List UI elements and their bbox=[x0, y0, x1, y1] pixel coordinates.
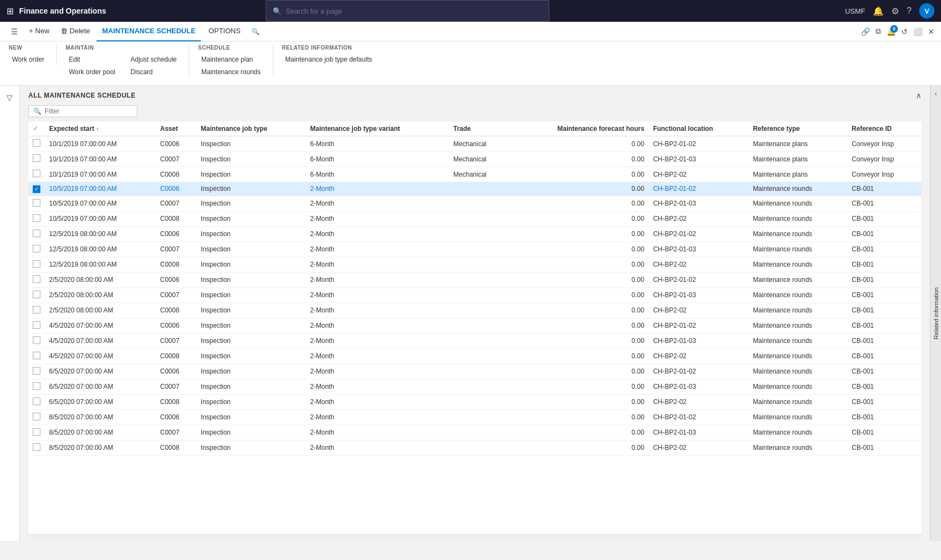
row-functional-location[interactable]: CH-BP2-01-03 bbox=[649, 379, 748, 394]
row-functional-location[interactable]: CH-BP2-02 bbox=[649, 303, 748, 318]
col-asset[interactable]: Asset bbox=[155, 122, 196, 136]
row-check[interactable] bbox=[28, 410, 45, 425]
row-check[interactable] bbox=[28, 425, 45, 440]
row-asset[interactable]: C0008 bbox=[155, 394, 196, 410]
tab-delete[interactable]: 🗑 Delete bbox=[56, 22, 95, 41]
filter-input[interactable] bbox=[45, 107, 133, 115]
table-row[interactable]: 2/5/2020 08:00:00 AM C0007 Inspection 2-… bbox=[28, 287, 921, 303]
row-check[interactable] bbox=[28, 242, 45, 257]
row-asset[interactable]: C0007 bbox=[155, 242, 196, 257]
row-functional-location[interactable]: CH-BP2-01-02 bbox=[649, 410, 748, 425]
row-asset[interactable]: C0007 bbox=[155, 152, 196, 167]
table-row[interactable]: 10/1/2019 07:00:00 AM C0008 Inspection 6… bbox=[28, 167, 921, 182]
row-functional-location[interactable]: CH-BP2-01-02 bbox=[649, 318, 748, 333]
row-asset[interactable]: C0006 bbox=[155, 318, 196, 333]
table-row[interactable]: 12/5/2019 08:00:00 AM C0006 Inspection 2… bbox=[28, 226, 921, 242]
row-asset[interactable]: C0006 bbox=[155, 272, 196, 287]
search-input[interactable] bbox=[286, 7, 542, 15]
notification-icon[interactable]: 🔔 bbox=[873, 6, 884, 16]
table-row[interactable]: 8/5/2020 07:00:00 AM C0008 Inspection 2-… bbox=[28, 440, 921, 455]
row-functional-location[interactable]: CH-BP2-02 bbox=[649, 167, 748, 182]
ribbon-search-btn[interactable]: 🔍 bbox=[248, 26, 263, 38]
table-row[interactable]: 8/5/2020 07:00:00 AM C0006 Inspection 2-… bbox=[28, 410, 921, 425]
row-functional-location[interactable]: CH-BP2-01-02 bbox=[649, 272, 748, 287]
hamburger-menu[interactable]: ☰ bbox=[7, 27, 22, 36]
row-asset[interactable]: C0007 bbox=[155, 425, 196, 440]
discard-btn[interactable]: Discard bbox=[127, 67, 180, 77]
table-row[interactable]: 10/5/2019 07:00:00 AM C0007 Inspection 2… bbox=[28, 196, 921, 211]
ribbon-refresh-icon[interactable]: ↺ bbox=[901, 27, 908, 36]
col-functional-location[interactable]: Functional location bbox=[649, 122, 748, 136]
collapse-btn[interactable]: ∧ bbox=[916, 91, 921, 100]
row-functional-location[interactable]: CH-BP2-01-02 bbox=[649, 136, 748, 152]
grid-icon[interactable]: ⊞ bbox=[7, 6, 14, 16]
col-reference-id[interactable]: Reference ID bbox=[847, 122, 921, 136]
table-row[interactable]: 4/5/2020 07:00:00 AM C0007 Inspection 2-… bbox=[28, 333, 921, 348]
row-asset[interactable]: C0006 bbox=[155, 226, 196, 242]
table-row[interactable]: 10/1/2019 07:00:00 AM C0006 Inspection 6… bbox=[28, 136, 921, 152]
tab-maintenance-schedule[interactable]: MAINTENANCE SCHEDULE bbox=[97, 22, 201, 41]
ribbon-window-icon[interactable]: ⧉ bbox=[876, 27, 881, 36]
col-job-type[interactable]: Maintenance job type bbox=[196, 122, 305, 136]
row-functional-location[interactable]: CH-BP2-02 bbox=[649, 211, 748, 226]
job-type-defaults-btn[interactable]: Maintenance job type defaults bbox=[282, 54, 375, 65]
row-asset[interactable]: C0008 bbox=[155, 257, 196, 272]
row-asset[interactable]: C0006 bbox=[155, 182, 196, 196]
ribbon-link-icon[interactable]: 🔗 bbox=[861, 27, 870, 36]
row-functional-location[interactable]: CH-BP2-02 bbox=[649, 348, 748, 364]
row-asset[interactable]: C0007 bbox=[155, 379, 196, 394]
table-row[interactable]: 6/5/2020 07:00:00 AM C0006 Inspection 2-… bbox=[28, 364, 921, 379]
row-check[interactable] bbox=[28, 272, 45, 287]
work-order-btn[interactable]: Work order bbox=[9, 54, 47, 65]
maintenance-plan-btn[interactable]: Maintenance plan bbox=[198, 54, 264, 65]
maintenance-rounds-btn[interactable]: Maintenance rounds bbox=[198, 67, 264, 77]
horizontal-scrollbar[interactable] bbox=[28, 534, 921, 541]
row-functional-location[interactable]: CH-BP2-01-03 bbox=[649, 242, 748, 257]
row-check[interactable] bbox=[28, 364, 45, 379]
row-check[interactable] bbox=[28, 318, 45, 333]
row-asset[interactable]: C0008 bbox=[155, 348, 196, 364]
row-asset[interactable]: C0008 bbox=[155, 211, 196, 226]
avatar[interactable]: V bbox=[919, 3, 934, 19]
row-asset[interactable]: C0007 bbox=[155, 333, 196, 348]
row-check[interactable] bbox=[28, 333, 45, 348]
table-row[interactable]: 10/1/2019 07:00:00 AM C0007 Inspection 6… bbox=[28, 152, 921, 167]
row-functional-location[interactable]: CH-BP2-02 bbox=[649, 394, 748, 410]
row-check[interactable] bbox=[28, 167, 45, 182]
table-row[interactable]: 12/5/2019 08:00:00 AM C0008 Inspection 2… bbox=[28, 257, 921, 272]
row-check[interactable] bbox=[28, 136, 45, 152]
ribbon-close-icon[interactable]: ✕ bbox=[928, 27, 934, 36]
table-row[interactable]: 6/5/2020 07:00:00 AM C0008 Inspection 2-… bbox=[28, 394, 921, 410]
row-check[interactable] bbox=[28, 226, 45, 242]
row-functional-location[interactable]: CH-BP2-01-03 bbox=[649, 333, 748, 348]
table-row[interactable]: 6/5/2020 07:00:00 AM C0007 Inspection 2-… bbox=[28, 379, 921, 394]
col-reference-type[interactable]: Reference type bbox=[748, 122, 847, 136]
col-forecast-hours[interactable]: Maintenance forecast hours bbox=[510, 122, 649, 136]
table-row[interactable]: 10/5/2019 07:00:00 AM C0008 Inspection 2… bbox=[28, 211, 921, 226]
table-container[interactable]: ✓ Expected start ↑ Asset Maintenance job… bbox=[28, 122, 921, 534]
col-job-variant[interactable]: Maintenance job type variant bbox=[306, 122, 449, 136]
row-asset[interactable]: C0007 bbox=[155, 287, 196, 303]
row-check[interactable] bbox=[28, 211, 45, 226]
row-functional-location[interactable]: CH-BP2-01-03 bbox=[649, 287, 748, 303]
row-check[interactable] bbox=[28, 348, 45, 364]
row-check[interactable]: ✓ bbox=[28, 182, 45, 196]
edit-btn[interactable]: Edit bbox=[65, 54, 118, 65]
row-asset[interactable]: C0006 bbox=[155, 364, 196, 379]
adjust-schedule-btn[interactable]: Adjust schedule bbox=[127, 54, 180, 65]
row-asset[interactable]: C0007 bbox=[155, 196, 196, 211]
row-check[interactable] bbox=[28, 152, 45, 167]
row-functional-location[interactable]: CH-BP2-01-02 bbox=[649, 182, 748, 196]
row-asset[interactable]: C0008 bbox=[155, 303, 196, 318]
table-row[interactable]: 4/5/2020 07:00:00 AM C0006 Inspection 2-… bbox=[28, 318, 921, 333]
search-bar[interactable]: 🔍 bbox=[266, 0, 549, 22]
col-expected-start[interactable]: Expected start ↑ bbox=[45, 122, 155, 136]
col-trade[interactable]: Trade bbox=[449, 122, 510, 136]
row-functional-location[interactable]: CH-BP2-01-03 bbox=[649, 196, 748, 211]
help-icon[interactable]: ? bbox=[907, 6, 912, 16]
settings-icon[interactable]: ⚙ bbox=[891, 6, 899, 16]
row-check[interactable] bbox=[28, 287, 45, 303]
row-asset[interactable]: C0006 bbox=[155, 136, 196, 152]
table-row[interactable]: 12/5/2019 08:00:00 AM C0007 Inspection 2… bbox=[28, 242, 921, 257]
row-check[interactable] bbox=[28, 440, 45, 455]
